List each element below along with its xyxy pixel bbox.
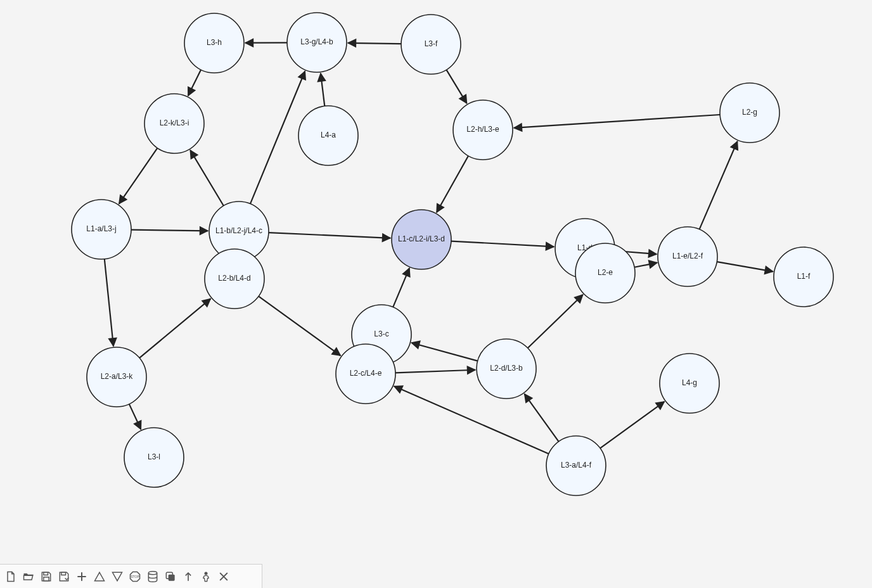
svg-point-5 (453, 100, 513, 160)
graph-edge[interactable] (348, 43, 401, 44)
triangle-up-icon[interactable] (93, 570, 106, 584)
graph-edge[interactable] (451, 241, 554, 247)
graph-edge[interactable] (259, 297, 340, 356)
svg-point-17 (477, 339, 536, 399)
triangle-down-icon[interactable] (110, 570, 124, 584)
svg-point-12 (658, 227, 717, 286)
graph-node[interactable]: L3-a/L4-f (546, 436, 606, 495)
new-icon[interactable] (4, 570, 18, 584)
svg-point-4 (298, 106, 358, 165)
graph-edge[interactable] (514, 115, 720, 128)
toolbar: STOP (0, 564, 262, 588)
svg-point-2 (401, 15, 461, 74)
svg-rect-29 (169, 574, 175, 580)
svg-point-6 (720, 83, 779, 143)
graph-node[interactable]: L3-h (184, 13, 244, 73)
graph-edge[interactable] (700, 141, 738, 229)
open-icon[interactable] (22, 570, 35, 584)
graph-edge[interactable] (188, 70, 201, 96)
person-icon[interactable] (199, 570, 213, 584)
database-icon[interactable] (146, 570, 160, 584)
graph-edge[interactable] (411, 343, 477, 361)
graph-edge[interactable] (250, 71, 305, 203)
svg-point-30 (205, 572, 208, 575)
graph-edge[interactable] (446, 70, 466, 103)
graph-node[interactable]: L2-e (575, 243, 635, 303)
graph-edge[interactable] (634, 263, 657, 267)
save-icon[interactable] (39, 570, 53, 584)
graph-node[interactable]: L3-l (124, 428, 184, 487)
graph-node[interactable]: L2-k/L3-i (144, 94, 204, 153)
graph-edge[interactable] (525, 394, 559, 442)
svg-rect-24 (61, 572, 66, 575)
graph-edge[interactable] (717, 262, 773, 271)
add-icon[interactable] (75, 570, 89, 584)
graph-node[interactable]: L2-g (720, 83, 779, 143)
svg-point-19 (660, 354, 719, 413)
graph-node[interactable]: L1-e/L2-f (658, 227, 717, 286)
graph-edge[interactable] (139, 298, 210, 358)
svg-point-9 (392, 210, 451, 269)
graph-canvas[interactable]: L3-hL3-g/L4-bL3-fL2-k/L3-iL4-aL2-h/L3-eL… (0, 0, 872, 588)
svg-point-7 (72, 200, 131, 259)
graph-node[interactable]: L4-a (298, 106, 358, 165)
svg-point-21 (546, 436, 606, 495)
graph-edge[interactable] (131, 230, 208, 231)
graph-node[interactable]: L1-c/L2-i/L3-d (392, 210, 451, 269)
svg-point-20 (124, 428, 184, 487)
graph-node[interactable]: L2-c/L4-e (336, 344, 395, 404)
graph-node[interactable]: L1-f (774, 247, 833, 307)
svg-point-27 (148, 571, 157, 574)
svg-point-3 (144, 94, 204, 153)
graph-node[interactable]: L2-d/L3-b (477, 339, 536, 399)
svg-rect-22 (44, 572, 48, 575)
copy-icon[interactable] (164, 570, 177, 584)
stop-icon[interactable]: STOP (128, 570, 142, 584)
svg-text:STOP: STOP (131, 574, 139, 578)
graph-edge[interactable] (190, 150, 224, 206)
svg-point-1 (287, 13, 347, 72)
graph-edge[interactable] (528, 295, 583, 348)
graph-edge[interactable] (600, 402, 664, 449)
graph-edge[interactable] (437, 156, 468, 212)
svg-rect-23 (44, 577, 49, 580)
graph-node[interactable]: L1-a/L3-j (72, 200, 131, 259)
graph-node[interactable]: L4-g (660, 354, 719, 413)
close-icon[interactable] (217, 570, 231, 584)
svg-point-16 (336, 344, 395, 404)
svg-point-13 (774, 247, 833, 307)
graph-edge[interactable] (119, 148, 158, 204)
arrow-up-icon[interactable] (181, 570, 195, 584)
graph-edge[interactable] (269, 233, 390, 238)
graph-edge[interactable] (129, 404, 141, 430)
svg-point-11 (575, 243, 635, 303)
graph-edge[interactable] (105, 259, 113, 347)
graph-node[interactable]: L2-h/L3-e (453, 100, 513, 160)
graph-edge[interactable] (321, 74, 324, 106)
graph-node[interactable]: L3-f (401, 15, 461, 74)
graph-node[interactable]: L2-a/L3-k (87, 347, 146, 407)
svg-point-18 (87, 347, 146, 407)
save-as-icon[interactable] (57, 570, 71, 584)
graph-edge[interactable] (393, 268, 409, 307)
svg-point-0 (184, 13, 244, 73)
svg-point-14 (205, 249, 264, 309)
graph-node[interactable]: L3-g/L4-b (287, 13, 347, 72)
graph-node[interactable]: L2-b/L4-d (205, 249, 264, 309)
graph-edge[interactable] (395, 370, 475, 373)
